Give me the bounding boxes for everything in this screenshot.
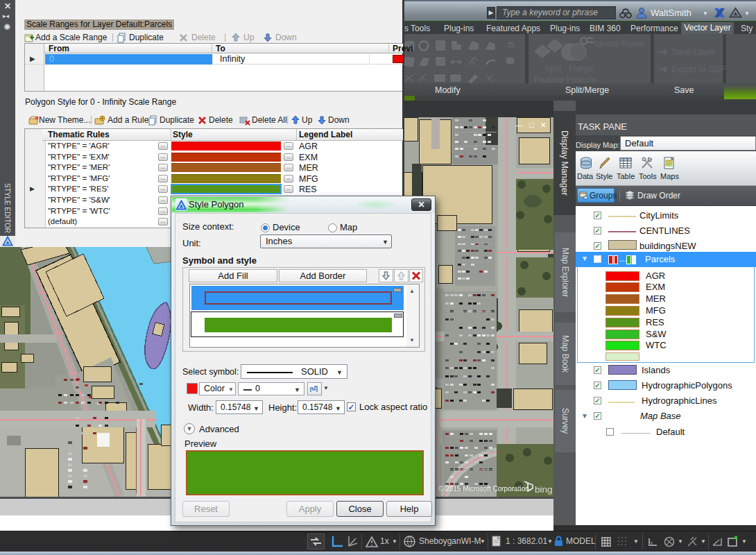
- svg-text:bing: bing: [535, 484, 553, 495]
- svg-text:Feature: Feature: [567, 75, 596, 85]
- svg-text:Split: Split: [544, 64, 562, 74]
- svg-text:© 2015 Microsoft Corporation: © 2015 Microsoft Corporation: [438, 485, 529, 493]
- svg-text:Merge: Merge: [569, 64, 593, 74]
- svg-text:Feature: Feature: [534, 75, 564, 85]
